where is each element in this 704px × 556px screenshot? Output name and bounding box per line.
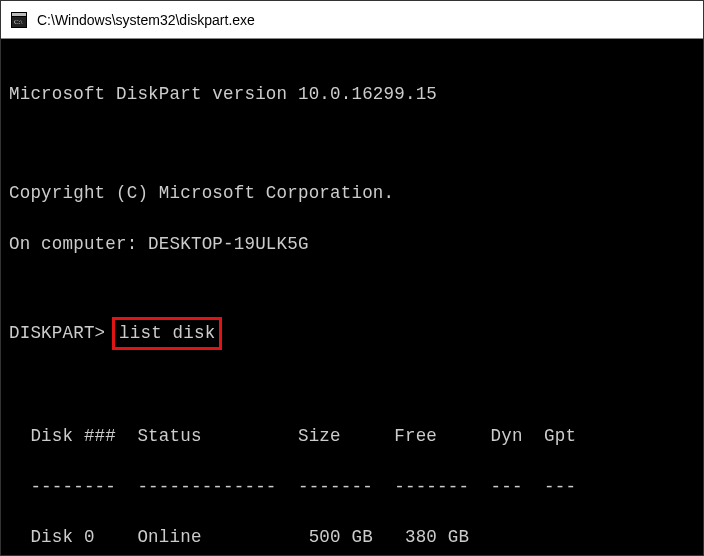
version-line: Microsoft DiskPart version 10.0.16299.15 — [9, 82, 695, 107]
prompt: DISKPART> — [9, 323, 105, 343]
prompt-line-1: DISKPART> list disk — [9, 317, 695, 350]
table-divider: -------- ------------- ------- ------- -… — [9, 475, 695, 500]
window-title: C:\Windows\system32\diskpart.exe — [37, 12, 255, 28]
terminal-output[interactable]: Microsoft DiskPart version 10.0.16299.15… — [1, 39, 703, 555]
computer-line: On computer: DESKTOP-19ULK5G — [9, 232, 695, 257]
cmd-list-disk: list disk — [112, 317, 222, 350]
copyright-line: Copyright (C) Microsoft Corporation. — [9, 181, 695, 206]
table-header: Disk ### Status Size Free Dyn Gpt — [9, 424, 695, 449]
svg-text:C:\: C:\ — [14, 18, 23, 26]
title-bar[interactable]: C:\ C:\Windows\system32\diskpart.exe — [1, 1, 703, 39]
svg-rect-1 — [12, 13, 26, 16]
table-row: Disk 0 Online 500 GB 380 GB — [9, 525, 695, 550]
console-window: C:\ C:\Windows\system32\diskpart.exe Mic… — [0, 0, 704, 556]
app-icon: C:\ — [11, 12, 27, 28]
